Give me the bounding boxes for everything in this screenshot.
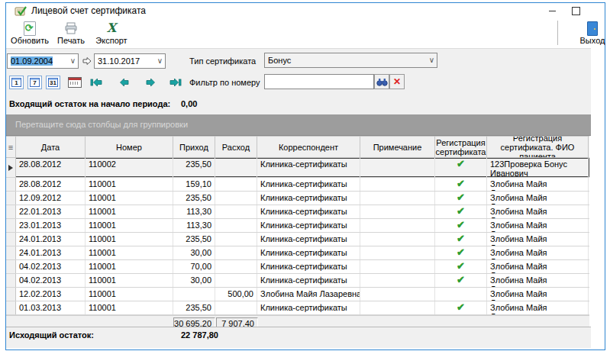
period-month-button[interactable]: 31 [46,76,60,89]
cell-note [360,274,435,287]
cell-expense [215,178,257,191]
cell-patient: Злобина Майя Лазаревна [487,192,589,205]
column-header-patient[interactable]: Регистрация сертификата. ФИО пациента [487,137,589,157]
arrow-first-icon [90,78,102,87]
period-day-button[interactable]: 1 [9,76,24,89]
column-header-correspondent[interactable]: Корреспондент [257,137,360,157]
cell-income: 235,50 [173,192,215,205]
cell-note [360,205,435,218]
cell-date: 12.09.2012 [16,192,86,205]
clear-icon: ✕ [393,76,401,87]
table-row[interactable]: 01.03.2013110001235,50Клиника-сертификат… [6,301,589,315]
cell-note [360,260,435,273]
exit-button[interactable]: Выход [576,21,609,47]
check-icon: ✔ [457,246,465,258]
column-header-date[interactable]: Дата [16,137,86,157]
grid-header-row: ≡ДатаНомерПриходРасходКорреспондентПриме… [6,136,589,158]
group-by-panel[interactable]: Перетащите сюда столбцы для группировки [6,114,591,136]
cell-number: 110001 [86,178,173,191]
filter-panel: 01.09.2004 ∨ 31.10.2017 ∨ Тип сертификат… [6,48,591,115]
cell-note [360,192,435,205]
cell-patient: Злобина Майя Лазаревна [487,233,589,246]
print-label: Печать [57,36,85,45]
cell-patient: Злобина Майя Лазаревна [487,288,589,301]
day-icon: 1 [11,78,21,87]
table-row[interactable]: 04.02.201311000170,00Клиника-сертификаты… [6,260,589,274]
column-header-income[interactable]: Приход [173,137,215,157]
last-period-button[interactable] [168,76,183,89]
check-icon: ✔ [457,233,465,244]
cell-expense [215,158,257,177]
cell-expense [215,246,257,259]
cell-income: 235,50 [173,233,215,246]
row-indicator [6,158,16,177]
cell-number: 110001 [86,233,173,246]
cell-note [360,158,435,177]
table-row[interactable]: 24.01.2013110001235,50Клиника-сертификат… [6,233,589,246]
row-indicator [6,205,16,218]
printer-icon [64,21,78,36]
chevron-down-icon: ∨ [70,56,76,66]
cell-date: 24.01.2013 [16,246,86,259]
cell-income: 113,30 [173,205,215,218]
cell-number: 110001 [86,246,173,259]
chevron-down-icon: ∨ [429,55,434,66]
column-header-note[interactable]: Примечание [360,137,435,157]
check-icon: ✔ [457,205,465,217]
cell-registered: ✔ [435,205,487,218]
table-row[interactable]: 28.08.2012110002235,50Клиника-сертификат… [6,158,589,178]
cell-patient: Злобина Майя Лазаревна [487,301,589,314]
search-button[interactable] [374,74,389,89]
window-title: Лицевой счет сертификата [31,5,146,16]
prev-period-button[interactable] [116,76,131,89]
table-row[interactable]: 12.09.2012110001235,50Клиника-сертификат… [6,192,589,205]
cell-correspondent: Клиника-сертификаты [257,205,360,218]
check-icon: ✔ [457,301,465,313]
certificate-type-combo[interactable]: Бонус ∨ [264,53,437,68]
next-period-button[interactable] [144,76,159,89]
table-row[interactable]: 28.08.2012110001159,10Клиника-сертификат… [6,178,589,192]
print-button[interactable]: Печать [53,21,89,47]
shift-date-button[interactable] [82,55,92,67]
cell-date: 04.02.2013 [16,260,86,273]
maximize-button[interactable] [564,3,587,18]
clear-filter-button[interactable]: ✕ [389,74,405,89]
cell-note [360,301,435,314]
cell-patient: Злобина Майя Лазаревна [487,246,589,259]
export-button[interactable]: X Экспорт [90,21,133,47]
cell-expense [215,219,257,232]
minimize-button[interactable] [541,3,563,18]
period-week-button[interactable]: 7 [27,76,42,89]
cell-date: 23.01.2013 [16,219,86,232]
row-indicator [6,246,16,259]
opening-balance-value: 0,00 [181,99,197,108]
cell-note [360,246,435,259]
grid-body: 28.08.2012110002235,50Клиника-сертификат… [6,158,589,315]
table-row[interactable]: 04.02.201311000130,00Клиника-сертификаты… [6,274,589,288]
column-header-registered[interactable]: Регистрация сертификата [435,137,487,157]
table-row[interactable]: 22.01.2013110001113,30Клиника-сертификат… [6,205,589,219]
grid-customize-icon[interactable]: ≡ [6,137,16,157]
cell-correspondent: Клиника-сертификаты [257,233,360,246]
date-from-combo[interactable]: 01.09.2004 ∨ [7,53,79,69]
cell-number: 110001 [86,192,173,205]
cell-registered [435,288,487,301]
table-row[interactable]: 12.02.2013110001500,00Злобина Майя Лазар… [6,288,589,301]
date-to-combo[interactable]: 31.10.2017 ∨ [94,53,166,69]
column-header-expense[interactable]: Расход [215,137,257,157]
cell-correspondent: Клиника-сертификаты [257,158,360,177]
cell-correspondent: Злобина Майя Лазаревна [257,288,360,301]
column-header-number[interactable]: Номер [86,137,173,157]
first-period-button[interactable] [89,76,104,89]
refresh-button[interactable]: ⟳ Обновить [8,21,52,47]
calendar-button[interactable] [66,76,84,89]
cell-number: 110001 [86,274,173,287]
table-row[interactable]: 24.01.201311000130,00Клиника-сертификаты… [6,246,589,260]
table-row[interactable]: 23.01.2013110001113,30Клиника-сертификат… [6,219,589,233]
cell-number: 110001 [86,301,173,314]
cell-registered: ✔ [435,260,487,273]
calendar-icon [68,77,82,88]
week-icon: 7 [30,78,40,87]
filter-by-number-input[interactable] [264,74,374,89]
group-by-hint: Перетащите сюда столбцы для группировки [15,120,188,129]
